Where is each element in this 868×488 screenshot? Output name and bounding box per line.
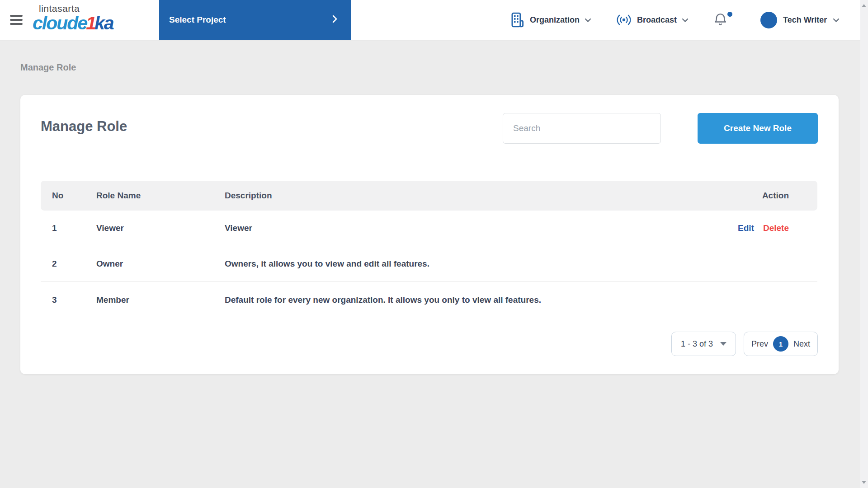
search-input[interactable] bbox=[503, 113, 661, 144]
table-body: 1ViewerViewerEditDelete2OwnerOwners, it … bbox=[41, 211, 817, 318]
manage-role-card: Manage Role Create New Role No Role Name… bbox=[20, 95, 839, 374]
pagination: 1 - 3 of 3 Prev 1 Next bbox=[671, 332, 818, 356]
notification-dot bbox=[727, 12, 732, 17]
row-actions: EditDelete bbox=[689, 223, 806, 233]
breadcrumb: Manage Role bbox=[20, 62, 76, 73]
vertical-scrollbar[interactable] bbox=[860, 0, 868, 488]
brand-company-name: lintasarta bbox=[39, 4, 113, 13]
next-page-button[interactable]: Next bbox=[793, 339, 810, 349]
dropdown-arrow-icon bbox=[720, 342, 726, 346]
header-role-name: Role Name bbox=[96, 191, 225, 201]
role-description: Default role for every new organization.… bbox=[225, 295, 689, 305]
chevron-down-icon bbox=[833, 15, 840, 25]
header-no: No bbox=[52, 191, 96, 201]
role-name: Member bbox=[96, 295, 225, 305]
create-new-role-button[interactable]: Create New Role bbox=[698, 113, 818, 144]
page-size-dropdown[interactable]: 1 - 3 of 3 bbox=[671, 332, 736, 356]
role-description: Owners, it allows you to view and edit a… bbox=[225, 259, 689, 269]
row-number: 2 bbox=[52, 259, 96, 269]
organization-building-icon bbox=[510, 12, 525, 28]
organization-menu[interactable]: Organization bbox=[510, 0, 591, 40]
user-menu[interactable]: Tech Writer bbox=[760, 0, 840, 40]
chevron-right-icon bbox=[332, 15, 337, 25]
brand-product-name: cloude1ka bbox=[33, 14, 113, 33]
header-action: Action bbox=[762, 191, 806, 201]
prev-page-button[interactable]: Prev bbox=[751, 339, 768, 349]
broadcast-label: Broadcast bbox=[637, 15, 677, 25]
broadcast-icon bbox=[616, 14, 632, 26]
pager: Prev 1 Next bbox=[744, 332, 818, 356]
row-number: 1 bbox=[52, 223, 96, 233]
avatar bbox=[760, 12, 777, 28]
bell-icon bbox=[713, 12, 727, 27]
roles-table: No Role Name Description Action 1ViewerV… bbox=[41, 181, 817, 318]
brand-logo: lintasarta cloude1ka bbox=[33, 4, 113, 33]
user-name: Tech Writer bbox=[783, 15, 827, 25]
scroll-down-arrow-icon[interactable] bbox=[862, 481, 866, 484]
select-project-label: Select Project bbox=[169, 15, 226, 25]
chevron-down-icon bbox=[682, 15, 689, 25]
top-bar: lintasarta cloude1ka Select Project bbox=[0, 0, 860, 40]
edit-link[interactable]: Edit bbox=[738, 223, 754, 233]
role-name: Viewer bbox=[96, 223, 225, 233]
role-name: Owner bbox=[96, 259, 225, 269]
select-project-button[interactable]: Select Project bbox=[159, 0, 351, 40]
delete-link[interactable]: Delete bbox=[763, 223, 789, 233]
table-row: 2OwnerOwners, it allows you to view and … bbox=[41, 246, 817, 282]
table-row: 1ViewerViewerEditDelete bbox=[41, 211, 817, 246]
table-header-row: No Role Name Description Action bbox=[41, 181, 817, 211]
row-number: 3 bbox=[52, 295, 96, 305]
scroll-up-arrow-icon[interactable] bbox=[862, 4, 866, 7]
hamburger-menu-icon[interactable] bbox=[10, 15, 23, 25]
page-title: Manage Role bbox=[41, 118, 127, 135]
chevron-down-icon bbox=[585, 15, 591, 25]
page-range-label: 1 - 3 of 3 bbox=[681, 339, 713, 349]
current-page-badge[interactable]: 1 bbox=[773, 336, 788, 352]
header-description: Description bbox=[225, 191, 689, 201]
notifications-button[interactable] bbox=[713, 12, 734, 30]
organization-label: Organization bbox=[530, 15, 580, 25]
broadcast-menu[interactable]: Broadcast bbox=[616, 0, 689, 40]
table-row: 3MemberDefault role for every new organi… bbox=[41, 282, 817, 318]
role-description: Viewer bbox=[225, 223, 689, 233]
